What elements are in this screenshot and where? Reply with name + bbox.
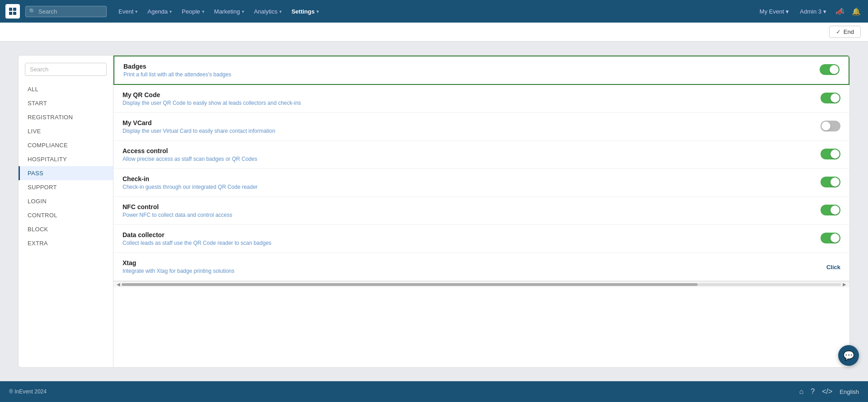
toggle-qr-code[interactable] bbox=[821, 93, 840, 103]
sidebar-item-extra[interactable]: EXTRA bbox=[19, 236, 113, 250]
nav-item-agenda[interactable]: Agenda ▾ bbox=[143, 5, 176, 18]
nav-search-input[interactable] bbox=[25, 6, 107, 17]
toggle-track-vcard[interactable] bbox=[821, 121, 840, 131]
feature-title-check-in: Check-in bbox=[123, 175, 815, 182]
feature-action-badges bbox=[820, 64, 840, 77]
click-link-xtag[interactable]: Click bbox=[826, 264, 840, 271]
nav-item-settings[interactable]: Settings ▾ bbox=[287, 5, 323, 18]
feature-title-access-control: Access control bbox=[123, 147, 815, 154]
sidebar-item-pass[interactable]: PASS bbox=[19, 166, 113, 180]
toggle-badges[interactable] bbox=[820, 64, 840, 75]
language-selector[interactable]: English bbox=[840, 388, 859, 395]
svg-rect-0 bbox=[9, 8, 12, 11]
toggle-knob-vcard bbox=[821, 122, 830, 131]
scroll-bar-thumb bbox=[122, 283, 698, 286]
broadcast-icon[interactable]: 📣 bbox=[834, 5, 846, 18]
svg-rect-1 bbox=[13, 8, 16, 11]
toggle-data-collector[interactable] bbox=[821, 233, 840, 243]
feature-text-nfc-control: NFC control Power NFC to collect data an… bbox=[123, 203, 815, 218]
nav-item-people[interactable]: People ▾ bbox=[177, 5, 208, 18]
footer-icons: ⌂ ? </> English bbox=[799, 388, 859, 396]
toggle-knob-access-control bbox=[830, 150, 840, 159]
nav-item-analytics[interactable]: Analytics ▾ bbox=[250, 5, 286, 18]
feature-row-nfc-control: NFC control Power NFC to collect data an… bbox=[113, 197, 849, 225]
toggle-track-badges[interactable] bbox=[820, 64, 840, 75]
sidebar-item-block[interactable]: BLOCK bbox=[19, 222, 113, 236]
toggle-check-in[interactable] bbox=[821, 177, 840, 187]
left-search-wrap bbox=[19, 63, 113, 82]
chevron-down-icon: ▾ bbox=[135, 9, 137, 14]
scroll-bar-track[interactable] bbox=[122, 283, 841, 286]
feature-title-data-collector: Data collector bbox=[123, 231, 815, 238]
toggle-track-nfc-control[interactable] bbox=[821, 205, 840, 215]
scroll-right-arrow[interactable]: ▶ bbox=[841, 282, 848, 287]
chevron-down-icon: ▾ bbox=[242, 9, 244, 14]
sidebar-item-compliance[interactable]: COMPLIANCE bbox=[19, 138, 113, 152]
feature-text-check-in: Check-in Check-in guests through our int… bbox=[123, 175, 815, 190]
toggle-track-data-collector[interactable] bbox=[821, 233, 840, 243]
feature-row-check-in: Check-in Check-in guests through our int… bbox=[113, 169, 849, 197]
footer-copyright: ® InEvent 2024 bbox=[9, 388, 792, 395]
bell-icon[interactable]: 🔔 bbox=[850, 5, 863, 18]
feature-row-access-control: Access control Allow precise access as s… bbox=[113, 141, 849, 169]
scroll-bar-area: ◀ ▶ bbox=[113, 281, 849, 287]
nav-item-marketing[interactable]: Marketing ▾ bbox=[210, 5, 249, 18]
toggle-nfc-control[interactable] bbox=[821, 205, 840, 215]
nav-right: My Event ▾ Admin 3 ▾ 📣 🔔 bbox=[756, 5, 863, 18]
chat-button[interactable]: 💬 bbox=[838, 345, 859, 366]
feature-row-data-collector: Data collector Collect leads as staff us… bbox=[113, 225, 849, 253]
logo bbox=[5, 4, 20, 19]
scroll-left-arrow[interactable]: ◀ bbox=[115, 282, 122, 287]
admin-button[interactable]: Admin 3 ▾ bbox=[796, 6, 830, 17]
top-navigation: 🔍 Event ▾ Agenda ▾ People ▾ Marketing ▾ … bbox=[0, 0, 868, 23]
toggle-knob-check-in bbox=[830, 178, 840, 187]
feature-action-access-control bbox=[821, 149, 840, 161]
subheader: ✓ End bbox=[0, 23, 868, 42]
sidebar-item-control[interactable]: CONTROL bbox=[19, 208, 113, 222]
toggle-track-check-in[interactable] bbox=[821, 177, 840, 187]
toggle-track-qr-code[interactable] bbox=[821, 93, 840, 103]
my-event-button[interactable]: My Event ▾ bbox=[756, 6, 793, 17]
sidebar-item-all[interactable]: ALL bbox=[19, 82, 113, 96]
feature-text-vcard: My VCard Display the user Virtual Card t… bbox=[123, 119, 815, 134]
left-panel: ALL START REGISTRATION LIVE COMPLIANCE H… bbox=[18, 55, 113, 368]
sidebar-item-support[interactable]: SUPPORT bbox=[19, 180, 113, 194]
toggle-access-control[interactable] bbox=[821, 149, 840, 159]
code-icon[interactable]: </> bbox=[822, 388, 832, 396]
chat-icon: 💬 bbox=[843, 350, 854, 361]
svg-rect-3 bbox=[13, 12, 16, 15]
feature-title-badges: Badges bbox=[123, 63, 814, 70]
sidebar-item-registration[interactable]: REGISTRATION bbox=[19, 110, 113, 124]
toggle-vcard[interactable] bbox=[821, 121, 840, 131]
sidebar-item-start[interactable]: START bbox=[19, 96, 113, 110]
sidebar-item-live[interactable]: LIVE bbox=[19, 124, 113, 138]
nav-item-event[interactable]: Event ▾ bbox=[114, 5, 142, 18]
feature-desc-check-in: Check-in guests through our integrated Q… bbox=[123, 184, 815, 190]
feature-action-nfc-control bbox=[821, 205, 840, 217]
left-search-input[interactable] bbox=[25, 63, 107, 76]
feature-text-access-control: Access control Allow precise access as s… bbox=[123, 147, 815, 162]
end-button[interactable]: ✓ End bbox=[829, 26, 861, 38]
feature-title-qr-code: My QR Code bbox=[123, 91, 815, 98]
feature-action-qr-code bbox=[821, 93, 840, 105]
feature-title-xtag: Xtag bbox=[123, 259, 821, 266]
toggle-knob-data-collector bbox=[830, 234, 840, 243]
help-icon[interactable]: ? bbox=[811, 388, 815, 396]
feature-text-xtag: Xtag Integrate with Xtag for badge print… bbox=[123, 259, 821, 274]
toggle-track-access-control[interactable] bbox=[821, 149, 840, 159]
feature-row-badges: Badges Print a full list with all the at… bbox=[113, 56, 849, 85]
feature-desc-xtag: Integrate with Xtag for badge printing s… bbox=[123, 268, 821, 274]
chevron-down-icon: ▾ bbox=[786, 8, 789, 15]
feature-action-xtag: Click bbox=[826, 263, 840, 271]
sidebar-item-hospitality[interactable]: HOSPITALITY bbox=[19, 152, 113, 166]
sidebar-item-login[interactable]: LOGIN bbox=[19, 194, 113, 208]
home-icon[interactable]: ⌂ bbox=[799, 388, 804, 396]
right-panel: Badges Print a full list with all the at… bbox=[113, 55, 850, 368]
feature-title-nfc-control: NFC control bbox=[123, 203, 815, 210]
feature-action-check-in bbox=[821, 177, 840, 189]
feature-desc-vcard: Display the user Virtual Card to easily … bbox=[123, 128, 815, 134]
nav-search-wrap: 🔍 bbox=[25, 6, 107, 17]
chevron-down-icon: ▾ bbox=[202, 9, 204, 14]
feature-action-vcard bbox=[821, 121, 840, 133]
footer: ® InEvent 2024 ⌂ ? </> English bbox=[0, 381, 868, 402]
